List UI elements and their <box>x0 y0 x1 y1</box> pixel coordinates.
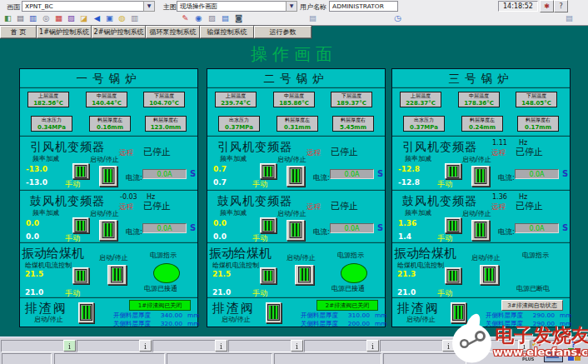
sensor-box-middle-temp: 中层温度185.86°C <box>273 92 315 107</box>
close-side-label: 关侧料层厚度 <box>301 320 338 328</box>
start-stop-label: 启动/停止 <box>99 253 128 262</box>
tab-4[interactable]: 循环泵控制系统 <box>146 26 200 38</box>
freq-adjust-button[interactable] <box>260 217 277 233</box>
panel-header: 一号锅炉 <box>20 69 197 87</box>
freq-adjust-button[interactable] <box>445 217 461 233</box>
picture-dropdown-icon[interactable]: ▼ <box>143 1 155 12</box>
section-title: 鼓风机变频器 <box>30 193 105 209</box>
section-title: 引风机变频器 <box>402 139 477 155</box>
power-status: 电源已断电 <box>516 284 550 293</box>
user-field[interactable]: ADMINISTRATOR <box>329 1 398 12</box>
freq-feedback-value: 0.7 <box>213 177 227 187</box>
info-button[interactable]: i <box>291 340 303 352</box>
s-flag: S <box>377 168 383 178</box>
open-side-value: 310.00 <box>343 312 370 319</box>
section-title: 鼓风机变频器 <box>217 193 292 209</box>
columns-icon[interactable]: ▥ <box>128 12 141 23</box>
start-stop-button[interactable] <box>471 166 490 187</box>
users-icon[interactable]: ◉ <box>192 12 205 23</box>
folder-icon[interactable]: ◪ <box>77 12 90 23</box>
start-stop-button[interactable] <box>471 220 490 241</box>
feeder-adjust-button[interactable] <box>72 267 89 284</box>
start-stop-button[interactable] <box>295 265 314 285</box>
start-stop-button[interactable] <box>99 220 117 241</box>
film-icon[interactable]: ▤ <box>219 12 232 23</box>
page-icon[interactable]: ▤ <box>306 12 319 23</box>
doc-icon[interactable]: ▤ <box>563 12 576 23</box>
print-icon[interactable]: ▤ <box>14 12 27 23</box>
toolbar: 画面 XPNT_BC ▼ 主图 现场操作画面 ▼ 用户名称 ADMINISTRA… <box>0 0 588 26</box>
feeder-set-value: 21.5 <box>212 269 231 278</box>
freq-feedback-value: -13.0 <box>26 177 47 187</box>
main-picture-dropdown-icon[interactable]: ▼ <box>286 1 297 12</box>
tab-5[interactable]: 输煤控制系统 <box>200 26 254 38</box>
freq-adjust-button[interactable] <box>260 163 277 179</box>
switch-icon <box>299 267 310 282</box>
run-status: 已停止 <box>143 146 171 158</box>
camera-icon[interactable]: ◙ <box>232 12 245 23</box>
palette-icon[interactable]: ▦ <box>52 12 65 23</box>
picture-icon[interactable]: ▨ <box>206 12 218 23</box>
start-stop-button[interactable] <box>480 265 499 285</box>
notebook-icon[interactable]: ▥ <box>27 12 39 23</box>
panel-header: 二号锅炉 <box>207 69 385 87</box>
freq-feedback-value: -12.8 <box>398 177 420 187</box>
feeder-adjust-button[interactable] <box>445 267 461 284</box>
valve-button[interactable] <box>78 302 94 323</box>
switch-icon <box>103 222 114 237</box>
tab-3[interactable]: 2#锅炉控制系统 <box>92 26 146 38</box>
start-stop-button[interactable] <box>287 166 305 187</box>
valve-button[interactable] <box>451 302 466 323</box>
current-display: 0.0A <box>515 223 559 233</box>
sensor-group: 上层温度228.37°C 中层温度178.36°C 下层温度148.05°C 出… <box>392 87 570 136</box>
clock-icon[interactable]: ◷ <box>391 12 404 23</box>
picture-combobox[interactable]: XPNT_BC <box>22 1 145 12</box>
feeder-feedback-value: 21.0 <box>212 287 231 297</box>
tab-2[interactable]: 1#锅炉控制系统 <box>37 26 92 38</box>
info-button[interactable]: i <box>139 340 152 352</box>
slider-icon <box>448 220 459 232</box>
slider-icon <box>263 270 274 282</box>
feeder-adjust-button[interactable] <box>260 267 277 284</box>
s-flag: S <box>562 168 568 178</box>
start-stop-button[interactable] <box>287 220 305 241</box>
remote-label: 远程 <box>119 147 133 157</box>
search-icon[interactable]: ◎ <box>40 12 52 23</box>
remote-label: 远程 <box>306 202 321 212</box>
start-stop-label: 启动/停止 <box>287 253 316 262</box>
remote-label: 远程 <box>119 202 133 212</box>
freq-adjust-button[interactable] <box>72 217 89 233</box>
boiler-panel-3: 三号锅炉 上层温度228.37°C 中层温度178.36°C 下层温度148.0… <box>391 68 571 327</box>
image-icon[interactable]: ▨ <box>65 12 77 23</box>
feeder-set-value: 21.3 <box>397 269 416 278</box>
sensor-group: 上层温度239.74°C 中层温度185.86°C 下层温度189.37°C 出… <box>207 87 385 136</box>
help-button[interactable]: ? <box>554 0 568 12</box>
tab-6[interactable]: 运行参数 <box>254 26 311 38</box>
close-side-unit: mm <box>187 320 200 327</box>
back-icon[interactable]: ◀ <box>91 12 103 23</box>
alarm-segment <box>380 340 443 352</box>
start-stop-button[interactable] <box>99 166 117 187</box>
info-button[interactable]: i <box>215 340 227 352</box>
mode-label: 手动 <box>437 179 452 189</box>
freq-adjust-button[interactable] <box>72 163 89 179</box>
freq-adjust-label: 频率加减 <box>220 208 247 217</box>
freq-adjust-button[interactable] <box>445 163 461 179</box>
bell-icon[interactable]: ◍ <box>116 12 128 23</box>
exit-icon[interactable]: ◧ <box>2 12 14 23</box>
freq-set-value: 0.0 <box>26 218 39 227</box>
remote-label: 远程 <box>491 147 506 157</box>
monitor-icon[interactable]: ▣ <box>103 12 116 23</box>
valve-button[interactable] <box>266 302 282 323</box>
info-button[interactable]: i <box>63 340 76 352</box>
pen-icon[interactable]: ✎ <box>179 12 192 23</box>
current-display: 0.0A <box>330 169 374 179</box>
coal-feeder-section: 振动给煤机 给煤机电流控制 21.5 21.0 手动 启动/停止 电源指示 电源… <box>20 242 197 297</box>
info-button[interactable]: i <box>366 340 379 352</box>
tab-1[interactable]: 首 页 <box>0 26 37 38</box>
open-side-unit: mm <box>187 312 200 319</box>
freq-feedback-value: 0.0 <box>213 232 227 241</box>
tool-button[interactable]: ✱ <box>540 0 554 12</box>
main-picture-combobox[interactable]: 现场操作画面 <box>177 1 287 12</box>
start-stop-button[interactable] <box>107 265 127 285</box>
